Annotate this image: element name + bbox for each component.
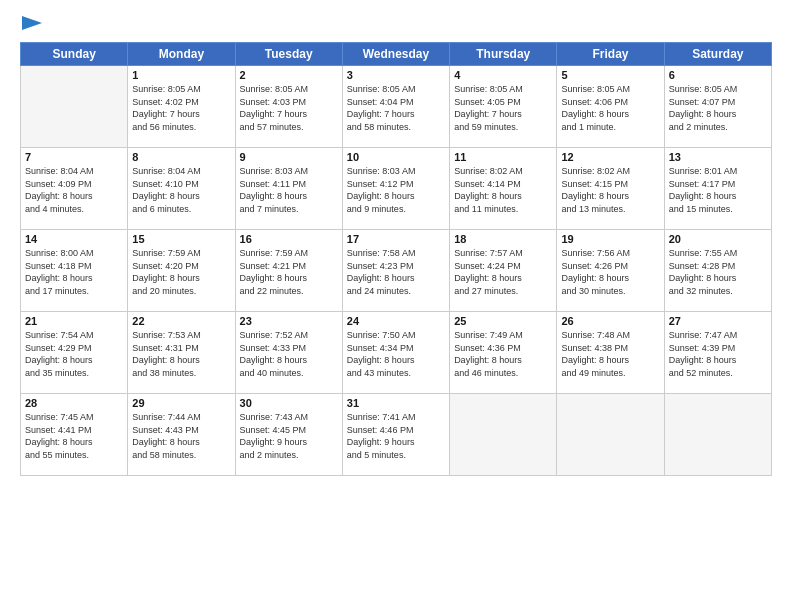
col-header-sunday: Sunday <box>21 43 128 66</box>
calendar-cell: 4Sunrise: 8:05 AM Sunset: 4:05 PM Daylig… <box>450 66 557 148</box>
cell-info: Sunrise: 8:03 AM Sunset: 4:11 PM Dayligh… <box>240 165 338 215</box>
cell-info: Sunrise: 7:59 AM Sunset: 4:20 PM Dayligh… <box>132 247 230 297</box>
day-number: 7 <box>25 151 123 163</box>
cell-info: Sunrise: 8:04 AM Sunset: 4:09 PM Dayligh… <box>25 165 123 215</box>
cell-info: Sunrise: 7:55 AM Sunset: 4:28 PM Dayligh… <box>669 247 767 297</box>
calendar-cell: 12Sunrise: 8:02 AM Sunset: 4:15 PM Dayli… <box>557 148 664 230</box>
day-number: 13 <box>669 151 767 163</box>
cell-info: Sunrise: 8:05 AM Sunset: 4:05 PM Dayligh… <box>454 83 552 133</box>
day-number: 12 <box>561 151 659 163</box>
calendar-cell: 18Sunrise: 7:57 AM Sunset: 4:24 PM Dayli… <box>450 230 557 312</box>
col-header-thursday: Thursday <box>450 43 557 66</box>
cell-info: Sunrise: 7:59 AM Sunset: 4:21 PM Dayligh… <box>240 247 338 297</box>
day-number: 29 <box>132 397 230 409</box>
col-header-wednesday: Wednesday <box>342 43 449 66</box>
cell-info: Sunrise: 7:48 AM Sunset: 4:38 PM Dayligh… <box>561 329 659 379</box>
day-number: 4 <box>454 69 552 81</box>
calendar-cell: 23Sunrise: 7:52 AM Sunset: 4:33 PM Dayli… <box>235 312 342 394</box>
day-number: 19 <box>561 233 659 245</box>
calendar-cell: 20Sunrise: 7:55 AM Sunset: 4:28 PM Dayli… <box>664 230 771 312</box>
day-number: 23 <box>240 315 338 327</box>
day-number: 5 <box>561 69 659 81</box>
calendar-cell: 11Sunrise: 8:02 AM Sunset: 4:14 PM Dayli… <box>450 148 557 230</box>
cell-info: Sunrise: 7:53 AM Sunset: 4:31 PM Dayligh… <box>132 329 230 379</box>
calendar-week-row: 21Sunrise: 7:54 AM Sunset: 4:29 PM Dayli… <box>21 312 772 394</box>
calendar-cell: 24Sunrise: 7:50 AM Sunset: 4:34 PM Dayli… <box>342 312 449 394</box>
calendar-cell: 27Sunrise: 7:47 AM Sunset: 4:39 PM Dayli… <box>664 312 771 394</box>
calendar-week-row: 7Sunrise: 8:04 AM Sunset: 4:09 PM Daylig… <box>21 148 772 230</box>
cell-info: Sunrise: 7:57 AM Sunset: 4:24 PM Dayligh… <box>454 247 552 297</box>
day-number: 10 <box>347 151 445 163</box>
cell-info: Sunrise: 8:00 AM Sunset: 4:18 PM Dayligh… <box>25 247 123 297</box>
cell-info: Sunrise: 8:03 AM Sunset: 4:12 PM Dayligh… <box>347 165 445 215</box>
header <box>20 16 772 34</box>
calendar-cell: 15Sunrise: 7:59 AM Sunset: 4:20 PM Dayli… <box>128 230 235 312</box>
col-header-monday: Monday <box>128 43 235 66</box>
cell-info: Sunrise: 8:02 AM Sunset: 4:14 PM Dayligh… <box>454 165 552 215</box>
calendar-cell: 22Sunrise: 7:53 AM Sunset: 4:31 PM Dayli… <box>128 312 235 394</box>
day-number: 20 <box>669 233 767 245</box>
calendar-cell: 8Sunrise: 8:04 AM Sunset: 4:10 PM Daylig… <box>128 148 235 230</box>
logo-bird-icon <box>22 16 42 30</box>
day-number: 22 <box>132 315 230 327</box>
col-header-tuesday: Tuesday <box>235 43 342 66</box>
cell-info: Sunrise: 8:05 AM Sunset: 4:04 PM Dayligh… <box>347 83 445 133</box>
day-number: 9 <box>240 151 338 163</box>
logo-block <box>20 16 42 34</box>
day-number: 16 <box>240 233 338 245</box>
calendar-week-row: 1Sunrise: 8:05 AM Sunset: 4:02 PM Daylig… <box>21 66 772 148</box>
calendar-cell <box>557 394 664 476</box>
calendar-cell: 1Sunrise: 8:05 AM Sunset: 4:02 PM Daylig… <box>128 66 235 148</box>
cell-info: Sunrise: 7:43 AM Sunset: 4:45 PM Dayligh… <box>240 411 338 461</box>
calendar-cell: 7Sunrise: 8:04 AM Sunset: 4:09 PM Daylig… <box>21 148 128 230</box>
calendar-cell: 17Sunrise: 7:58 AM Sunset: 4:23 PM Dayli… <box>342 230 449 312</box>
cell-info: Sunrise: 7:56 AM Sunset: 4:26 PM Dayligh… <box>561 247 659 297</box>
day-number: 31 <box>347 397 445 409</box>
cell-info: Sunrise: 7:49 AM Sunset: 4:36 PM Dayligh… <box>454 329 552 379</box>
day-number: 8 <box>132 151 230 163</box>
cell-info: Sunrise: 8:05 AM Sunset: 4:07 PM Dayligh… <box>669 83 767 133</box>
day-number: 11 <box>454 151 552 163</box>
day-number: 28 <box>25 397 123 409</box>
col-header-saturday: Saturday <box>664 43 771 66</box>
day-number: 25 <box>454 315 552 327</box>
calendar-cell: 13Sunrise: 8:01 AM Sunset: 4:17 PM Dayli… <box>664 148 771 230</box>
calendar-header-row: SundayMondayTuesdayWednesdayThursdayFrid… <box>21 43 772 66</box>
cell-info: Sunrise: 7:47 AM Sunset: 4:39 PM Dayligh… <box>669 329 767 379</box>
calendar-cell: 28Sunrise: 7:45 AM Sunset: 4:41 PM Dayli… <box>21 394 128 476</box>
calendar-cell: 14Sunrise: 8:00 AM Sunset: 4:18 PM Dayli… <box>21 230 128 312</box>
cell-info: Sunrise: 8:05 AM Sunset: 4:03 PM Dayligh… <box>240 83 338 133</box>
calendar-cell: 2Sunrise: 8:05 AM Sunset: 4:03 PM Daylig… <box>235 66 342 148</box>
day-number: 27 <box>669 315 767 327</box>
day-number: 30 <box>240 397 338 409</box>
cell-info: Sunrise: 7:52 AM Sunset: 4:33 PM Dayligh… <box>240 329 338 379</box>
calendar-cell <box>664 394 771 476</box>
calendar-week-row: 14Sunrise: 8:00 AM Sunset: 4:18 PM Dayli… <box>21 230 772 312</box>
day-number: 24 <box>347 315 445 327</box>
calendar-cell: 16Sunrise: 7:59 AM Sunset: 4:21 PM Dayli… <box>235 230 342 312</box>
calendar-table: SundayMondayTuesdayWednesdayThursdayFrid… <box>20 42 772 476</box>
day-number: 6 <box>669 69 767 81</box>
cell-info: Sunrise: 7:45 AM Sunset: 4:41 PM Dayligh… <box>25 411 123 461</box>
calendar-cell: 3Sunrise: 8:05 AM Sunset: 4:04 PM Daylig… <box>342 66 449 148</box>
calendar-cell: 30Sunrise: 7:43 AM Sunset: 4:45 PM Dayli… <box>235 394 342 476</box>
calendar-cell: 6Sunrise: 8:05 AM Sunset: 4:07 PM Daylig… <box>664 66 771 148</box>
calendar-cell <box>450 394 557 476</box>
calendar-cell: 29Sunrise: 7:44 AM Sunset: 4:43 PM Dayli… <box>128 394 235 476</box>
cell-info: Sunrise: 8:04 AM Sunset: 4:10 PM Dayligh… <box>132 165 230 215</box>
logo <box>20 16 42 34</box>
cell-info: Sunrise: 7:58 AM Sunset: 4:23 PM Dayligh… <box>347 247 445 297</box>
day-number: 2 <box>240 69 338 81</box>
calendar-week-row: 28Sunrise: 7:45 AM Sunset: 4:41 PM Dayli… <box>21 394 772 476</box>
day-number: 17 <box>347 233 445 245</box>
day-number: 21 <box>25 315 123 327</box>
cell-info: Sunrise: 8:05 AM Sunset: 4:02 PM Dayligh… <box>132 83 230 133</box>
calendar-cell: 21Sunrise: 7:54 AM Sunset: 4:29 PM Dayli… <box>21 312 128 394</box>
cell-info: Sunrise: 8:01 AM Sunset: 4:17 PM Dayligh… <box>669 165 767 215</box>
cell-info: Sunrise: 8:02 AM Sunset: 4:15 PM Dayligh… <box>561 165 659 215</box>
cell-info: Sunrise: 7:41 AM Sunset: 4:46 PM Dayligh… <box>347 411 445 461</box>
cell-info: Sunrise: 7:44 AM Sunset: 4:43 PM Dayligh… <box>132 411 230 461</box>
day-number: 18 <box>454 233 552 245</box>
day-number: 26 <box>561 315 659 327</box>
calendar-cell: 10Sunrise: 8:03 AM Sunset: 4:12 PM Dayli… <box>342 148 449 230</box>
